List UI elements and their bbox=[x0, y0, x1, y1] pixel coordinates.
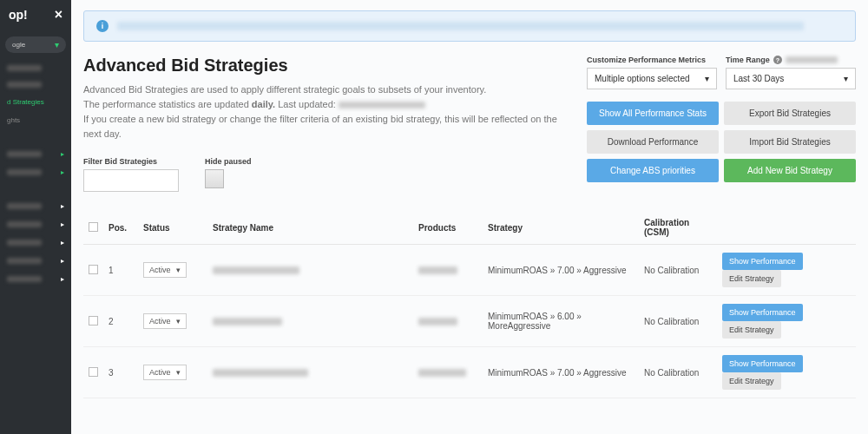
account-selector[interactable]: ogle ▾ bbox=[5, 36, 66, 53]
hide-paused-checkbox[interactable] bbox=[205, 169, 224, 188]
sidebar-item[interactable]: ▸ bbox=[0, 233, 71, 252]
sidebar-item[interactable]: ▸ bbox=[0, 215, 71, 233]
chevron-right-icon: ▸ bbox=[61, 168, 64, 176]
sidebar-item[interactable]: ▸ bbox=[0, 197, 71, 215]
cell-strategy: MinimumROAS » 7.00 » Aggressive bbox=[483, 245, 639, 296]
strategies-table: Pos. Status Strategy Name Products Strat… bbox=[83, 211, 856, 398]
controls-top-row: Customize Performance Metrics Multiple o… bbox=[587, 56, 856, 89]
time-range-value: Last 30 Days bbox=[733, 74, 784, 83]
select-all-checkbox[interactable] bbox=[89, 222, 98, 232]
col-products: Products bbox=[413, 211, 483, 245]
chevron-right-icon: ▸ bbox=[61, 150, 64, 158]
priorities-button[interactable]: Change ABS priorities bbox=[587, 159, 719, 182]
download-button[interactable]: Download Performance bbox=[587, 130, 719, 154]
sidebar-item-label: d Strategies bbox=[7, 98, 44, 106]
chevron-down-icon: ▾ bbox=[176, 266, 181, 274]
cell-calibration: No Calibration bbox=[639, 296, 717, 347]
time-range-select[interactable]: Last 30 Days ▾ bbox=[726, 68, 856, 89]
edit-strategy-button[interactable]: Edit Strategy bbox=[722, 372, 781, 390]
sidebar-item-insights[interactable]: ghts bbox=[0, 111, 71, 129]
chevron-down-icon: ▾ bbox=[55, 40, 59, 49]
table-row: 3 Active▾ MinimumROAS » 7.00 » Aggressiv… bbox=[83, 347, 856, 398]
chevron-down-icon: ▾ bbox=[844, 74, 848, 83]
account-label: ogle bbox=[12, 41, 25, 49]
main-content: i Advanced Bid Strategies Advanced Bid S… bbox=[71, 0, 868, 434]
show-performance-button[interactable]: Show Performance bbox=[722, 355, 803, 372]
nav-label-blur bbox=[7, 65, 42, 71]
sidebar-item-strategies[interactable]: d Strategies bbox=[0, 93, 71, 111]
cell-calibration: No Calibration bbox=[639, 347, 717, 398]
sidebar-header: op! × bbox=[0, 0, 71, 30]
controls-panel: Customize Performance Metrics Multiple o… bbox=[587, 56, 856, 192]
desc-line-2-prefix: The performance statistics are updated bbox=[83, 99, 252, 109]
nav-label-blur bbox=[7, 258, 42, 264]
cell-pos: 3 bbox=[103, 347, 138, 398]
nav-label-blur bbox=[7, 221, 42, 227]
sidebar-item[interactable]: ▸ bbox=[0, 145, 71, 163]
brand-text: op! bbox=[9, 8, 28, 22]
chevron-right-icon: ▸ bbox=[61, 275, 64, 283]
col-name: Strategy Name bbox=[207, 211, 413, 245]
row-checkbox[interactable] bbox=[89, 316, 98, 326]
desc-line-3: If you create a new bid strategy or chan… bbox=[83, 114, 557, 139]
time-range-label: Time Range ? bbox=[726, 56, 856, 64]
metrics-value: Multiple options selected bbox=[595, 74, 690, 83]
show-performance-button[interactable]: Show Performance bbox=[722, 304, 803, 321]
import-button[interactable]: Import Bid Strategies bbox=[724, 130, 856, 154]
last-updated-blur bbox=[339, 102, 425, 108]
chevron-down-icon: ▾ bbox=[176, 317, 181, 326]
nav-label-blur bbox=[7, 151, 42, 157]
add-new-button[interactable]: Add New Bid Strategy bbox=[724, 159, 856, 182]
cell-products-blur bbox=[418, 369, 466, 377]
sidebar-item[interactable]: ▸ bbox=[0, 163, 71, 181]
button-grid: Show All Performance Stats Export Bid St… bbox=[587, 102, 856, 182]
status-select[interactable]: Active▾ bbox=[143, 313, 187, 329]
filter-row: Filter Bid Strategies Hide paused bbox=[83, 157, 566, 192]
filter-input[interactable] bbox=[83, 169, 179, 192]
sidebar-item[interactable] bbox=[0, 76, 71, 93]
time-range-control: Time Range ? Last 30 Days ▾ bbox=[726, 56, 856, 89]
page-title: Advanced Bid Strategies bbox=[83, 56, 566, 76]
info-icon: i bbox=[96, 20, 108, 32]
table-head: Pos. Status Strategy Name Products Strat… bbox=[83, 211, 856, 245]
hide-paused-label: Hide paused bbox=[205, 157, 252, 166]
sidebar-item[interactable]: ▸ bbox=[0, 270, 71, 288]
table-row: 1 Active▾ MinimumROAS » 7.00 » Aggressiv… bbox=[83, 245, 856, 296]
desc-line-2-last: Last updated: bbox=[275, 99, 339, 109]
sidebar-item[interactable] bbox=[0, 60, 71, 76]
col-calibration: Calibration (CSM) bbox=[639, 211, 717, 245]
col-strategy: Strategy bbox=[483, 211, 639, 245]
page-description: Advanced Bid Strategies are used to appl… bbox=[83, 82, 566, 141]
show-performance-button[interactable]: Show Performance bbox=[722, 253, 803, 270]
page-header: Advanced Bid Strategies Advanced Bid Str… bbox=[83, 56, 856, 192]
close-icon[interactable]: × bbox=[55, 7, 62, 23]
chevron-right-icon: ▸ bbox=[61, 257, 64, 265]
row-checkbox[interactable] bbox=[89, 265, 98, 274]
show-all-stats-button[interactable]: Show All Performance Stats bbox=[587, 102, 719, 125]
cell-name-blur bbox=[213, 266, 299, 274]
info-banner: i bbox=[83, 10, 856, 42]
edit-strategy-button[interactable]: Edit Strategy bbox=[722, 270, 781, 287]
row-checkbox[interactable] bbox=[89, 367, 98, 377]
cell-products-blur bbox=[418, 266, 457, 274]
table-body: 1 Active▾ MinimumROAS » 7.00 » Aggressiv… bbox=[83, 245, 856, 398]
metrics-select[interactable]: Multiple options selected ▾ bbox=[587, 68, 717, 89]
edit-strategy-button[interactable]: Edit Strategy bbox=[722, 321, 781, 339]
hide-paused-block: Hide paused bbox=[205, 157, 252, 192]
export-button[interactable]: Export Bid Strategies bbox=[724, 102, 856, 125]
status-select[interactable]: Active▾ bbox=[143, 365, 187, 380]
banner-text-blur bbox=[117, 22, 804, 30]
time-range-extra-blur bbox=[786, 56, 838, 63]
sidebar-item[interactable]: ▸ bbox=[0, 252, 71, 270]
cell-name-blur bbox=[213, 369, 308, 377]
cell-calibration: No Calibration bbox=[639, 245, 717, 296]
chevron-right-icon: ▸ bbox=[61, 220, 64, 228]
chevron-down-icon: ▾ bbox=[176, 368, 181, 377]
chevron-right-icon: ▸ bbox=[61, 202, 64, 210]
help-icon[interactable]: ? bbox=[773, 56, 782, 64]
nav-group-bottom: ▸ ▸ ▸ ▸ ▸ bbox=[0, 197, 71, 288]
status-select[interactable]: Active▾ bbox=[143, 262, 187, 278]
nav-label-blur bbox=[7, 240, 42, 246]
nav-label-blur bbox=[7, 203, 42, 209]
nav-label-blur bbox=[7, 82, 42, 88]
